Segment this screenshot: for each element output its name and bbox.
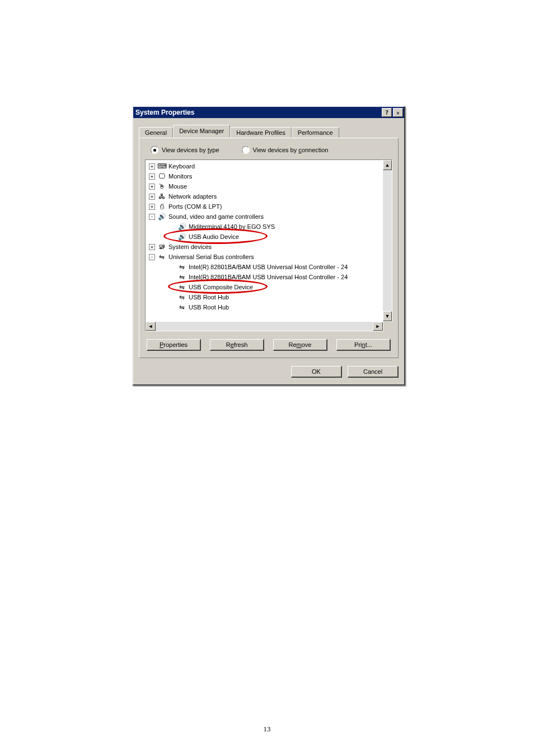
- tree-node-label: Intel(R) 82801BA/BAM USB Universal Host …: [189, 274, 348, 280]
- tree-node[interactable]: ⇋USB Root Hub: [146, 292, 382, 302]
- scroll-track[interactable]: [383, 170, 392, 311]
- dialog-title: System Properties: [135, 109, 381, 116]
- tab-hardware-profiles[interactable]: Hardware Profiles: [230, 127, 291, 138]
- tab-performance[interactable]: Performance: [292, 127, 339, 138]
- keyboard-icon: ⌨: [157, 162, 166, 171]
- tree-node-label: Intel(R) 82801BA/BAM USB Universal Host …: [189, 264, 348, 270]
- tree-node[interactable]: ⇋Intel(R) 82801BA/BAM USB Universal Host…: [146, 262, 382, 272]
- tab-general[interactable]: General: [139, 127, 173, 138]
- expand-icon[interactable]: +: [149, 163, 155, 170]
- ok-cancel-row: OK Cancel: [139, 366, 399, 378]
- scroll-up-button[interactable]: ▲: [383, 160, 392, 170]
- tree-node[interactable]: +🖳System devices: [146, 242, 382, 252]
- tree-node-label: Network adapters: [168, 193, 217, 200]
- tree-node-label: USB Audio Device: [189, 233, 239, 240]
- sound-icon: 🔊: [177, 222, 186, 231]
- ports-icon: ⎙: [157, 202, 166, 211]
- usb-icon: ⇋: [177, 283, 186, 292]
- tree-node[interactable]: +⎙Ports (COM & LPT): [146, 201, 382, 212]
- device-tree[interactable]: +⌨Keyboard+🖵Monitors+🖱Mouse+🖧Network ada…: [145, 159, 383, 322]
- page-number: 13: [0, 725, 534, 734]
- tree-node-label: Ports (COM & LPT): [168, 203, 222, 210]
- tree-node[interactable]: -⇋Universal Serial Bus controllers: [146, 252, 382, 262]
- tree-node-label: Mouse: [168, 183, 187, 190]
- tree-node[interactable]: ⇋USB Root Hub: [146, 302, 382, 312]
- print-button[interactable]: Print...: [336, 339, 391, 351]
- tree-node[interactable]: +🖵Monitors: [146, 171, 382, 181]
- usb-icon: ⇋: [177, 293, 186, 302]
- tree-node[interactable]: +🖱Mouse: [146, 181, 382, 191]
- tree-node[interactable]: 🔊USB Audio Device: [146, 232, 382, 242]
- scroll-down-button[interactable]: ▼: [383, 311, 392, 321]
- properties-button[interactable]: Properties: [147, 339, 201, 351]
- collapse-icon[interactable]: -: [149, 214, 155, 220]
- tree-node[interactable]: +🖧Network adapters: [146, 191, 382, 201]
- tree-node-label: USB Root Hub: [189, 294, 229, 300]
- monitor-icon: 🖵: [157, 172, 166, 181]
- scroll-left-button[interactable]: ◄: [146, 322, 156, 331]
- radio-label: View devices by connection: [253, 147, 329, 153]
- tree-node-label: Monitors: [168, 173, 192, 180]
- expand-icon[interactable]: +: [149, 184, 155, 190]
- device-tree-inner: +⌨Keyboard+🖵Monitors+🖱Mouse+🖧Network ada…: [146, 160, 382, 313]
- system-properties-dialog: System Properties ? ✕ General Device Man…: [132, 106, 405, 386]
- tree-node-label: Universal Serial Bus controllers: [168, 253, 254, 260]
- vertical-scrollbar[interactable]: ▲ ▼: [383, 159, 392, 322]
- tab-strip: General Device Manager Hardware Profiles…: [139, 125, 399, 138]
- remove-button[interactable]: Remove: [273, 339, 327, 351]
- view-mode-group: View devices by type View devices by con…: [151, 146, 392, 154]
- expand-icon[interactable]: +: [149, 194, 155, 200]
- expand-icon[interactable]: +: [149, 244, 155, 250]
- tree-node[interactable]: +⌨Keyboard: [146, 161, 382, 171]
- system-icon: 🖳: [157, 242, 166, 251]
- scroll-corner: [383, 322, 392, 331]
- tree-node-label: USB Root Hub: [189, 304, 229, 311]
- horizontal-scrollbar[interactable]: ◄ ►: [145, 322, 383, 331]
- tree-node-label: Keyboard: [168, 163, 195, 170]
- usb-icon: ⇋: [157, 252, 166, 261]
- radio-label: View devices by type: [162, 147, 219, 153]
- help-button[interactable]: ?: [382, 108, 392, 117]
- dialog-client: General Device Manager Hardware Profiles…: [133, 118, 404, 384]
- usb-icon: ⇋: [177, 273, 186, 281]
- tree-node[interactable]: ⇋USB Composite Device: [146, 282, 382, 292]
- mouse-icon: 🖱: [157, 182, 166, 191]
- usb-icon: ⇋: [177, 262, 186, 271]
- close-button[interactable]: ✕: [393, 108, 403, 117]
- titlebar[interactable]: System Properties ? ✕: [133, 107, 404, 118]
- tree-node-label: Sound, video and game controllers: [168, 213, 264, 220]
- scroll-right-button[interactable]: ►: [373, 322, 383, 331]
- tree-node[interactable]: -🔊Sound, video and game controllers: [146, 212, 382, 222]
- tree-node-label: USB Composite Device: [189, 284, 253, 290]
- collapse-icon[interactable]: -: [149, 254, 155, 260]
- sound-icon: 🔊: [157, 212, 166, 221]
- device-buttons-row: Properties Refresh Remove Print...: [145, 339, 392, 351]
- radio-dot-icon: [242, 146, 250, 154]
- tree-area: +⌨Keyboard+🖵Monitors+🖱Mouse+🖧Network ada…: [145, 159, 392, 322]
- tree-node[interactable]: 🔊Miditerminal 4140 by EGO SYS: [146, 222, 382, 232]
- expand-icon[interactable]: +: [149, 173, 155, 180]
- device-manager-panel: View devices by type View devices by con…: [139, 138, 399, 358]
- ok-button[interactable]: OK: [291, 366, 342, 378]
- usb-icon: ⇋: [177, 303, 186, 312]
- network-icon: 🖧: [157, 192, 166, 201]
- radio-dot-icon: [151, 146, 158, 154]
- tree-node[interactable]: ⇋Intel(R) 82801BA/BAM USB Universal Host…: [146, 272, 382, 282]
- expand-icon[interactable]: +: [149, 204, 155, 210]
- scroll-track[interactable]: [156, 322, 373, 331]
- radio-view-by-connection[interactable]: View devices by connection: [242, 146, 329, 154]
- tab-device-manager[interactable]: Device Manager: [173, 125, 230, 138]
- sound-icon: 🔊: [177, 232, 186, 241]
- tree-node-label: System devices: [168, 243, 212, 250]
- radio-view-by-type[interactable]: View devices by type: [151, 146, 219, 154]
- refresh-button[interactable]: Refresh: [210, 339, 264, 351]
- tree-node-label: Miditerminal 4140 by EGO SYS: [189, 223, 275, 230]
- cancel-button[interactable]: Cancel: [348, 366, 399, 378]
